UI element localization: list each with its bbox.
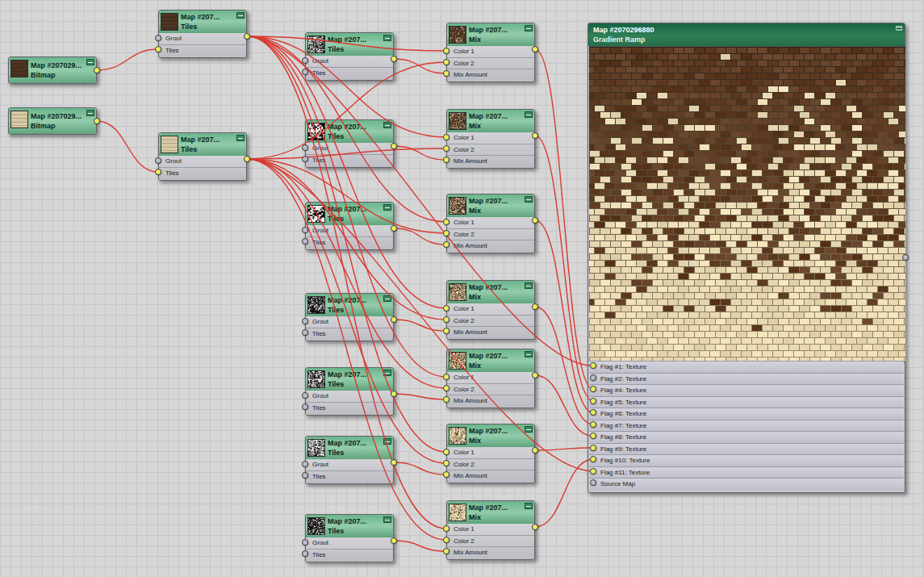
socket-tilesh-tiles[interactable] [302,472,308,479]
minimize-icon[interactable] [86,110,94,116]
socket-tilese-tiles[interactable] [302,238,308,245]
node-header[interactable]: Map #207...Tiles [306,515,393,537]
minimize-icon[interactable] [383,122,391,128]
socket-tilesf-out[interactable] [391,316,397,323]
node-tilesI[interactable]: Map #207...TilesGroutTiles [305,514,394,562]
socket-tilesi-tiles[interactable] [302,550,308,557]
socket-ramp-flag-11-texture[interactable] [590,468,596,475]
socket-mix6-color-1[interactable] [443,449,449,455]
socket-ramp-flag-1-texture[interactable] [590,362,596,369]
socket-tilesc-tiles[interactable] [302,69,308,75]
socket-ramp-source-map[interactable] [590,479,596,486]
socket-tilesd-out[interactable] [391,143,397,149]
node-header[interactable]: Map #207...Mix [447,501,534,524]
socket-mix2-color-1[interactable] [443,134,449,140]
node-header[interactable]: Map #207...Mix [447,110,534,132]
minimize-icon[interactable] [236,12,245,19]
node-mix3[interactable]: Map #207...MixColor 1Color 2Mix Amount [446,194,535,253]
node-header[interactable]: Map #207...Tiles [159,133,246,156]
node-header[interactable]: Map #207029...Bitmap [9,57,96,83]
socket-mix4-color-2[interactable] [443,316,449,323]
socket-tilesa-grout[interactable] [155,35,161,41]
node-bitmap2[interactable]: Map #207029...Bitmap [8,107,97,135]
socket-tilesd-grout[interactable] [302,144,308,151]
node-mix1[interactable]: Map #207...MixColor 1Color 2Mix Amount [446,23,535,82]
minimize-icon[interactable] [525,111,533,118]
node-header[interactable]: Map #207...Tiles [306,368,393,391]
node-header[interactable]: Map #207...Mix [447,23,534,46]
minimize-icon[interactable] [383,370,391,376]
socket-tilesa-tiles[interactable] [155,46,161,52]
minimize-icon[interactable] [525,196,533,203]
socket-tilesa-out[interactable] [244,33,250,40]
socket-mix5-color-2[interactable] [443,385,449,391]
minimize-icon[interactable] [895,25,903,31]
socket-tilesg-tiles[interactable] [302,403,308,410]
node-header[interactable]: Map #2070296880Gradient Ramp [588,23,905,46]
socket-tilese-out[interactable] [391,225,397,232]
node-bitmap1[interactable]: Map #207029...Bitmap [8,56,97,84]
node-mix2[interactable]: Map #207...MixColor 1Color 2Mix Amount [446,109,535,169]
socket-mix1-out[interactable] [532,46,538,52]
socket-mix5-mix-amount[interactable] [443,396,449,403]
socket-tilesf-tiles[interactable] [302,329,308,336]
minimize-icon[interactable] [525,503,533,509]
node-header[interactable]: Map #207...Tiles [159,10,246,33]
node-tilesC[interactable]: Map #207...TilesGroutTiles [305,32,394,81]
socket-mix2-out[interactable] [532,132,538,139]
socket-ramp-flag-5-texture[interactable] [590,398,596,404]
socket-ramp-out[interactable] [902,254,909,261]
socket-mix1-color-1[interactable] [443,48,449,54]
node-tilesA[interactable]: Map #207...TilesGroutTiles [158,10,247,58]
socket-mix3-color-1[interactable] [443,219,449,225]
socket-tilesb-grout[interactable] [155,157,161,164]
socket-bitmap2-out[interactable] [94,118,100,124]
node-tilesB[interactable]: Map #207...TilesGroutTiles [158,132,247,181]
node-tilesG[interactable]: Map #207...TilesGroutTiles [305,367,394,416]
socket-mix1-mix-amount[interactable] [443,70,449,77]
socket-mix6-mix-amount[interactable] [443,471,449,478]
minimize-icon[interactable] [525,282,533,289]
node-header[interactable]: Map #207...Mix [447,281,534,303]
node-mix6[interactable]: Map #207...MixColor 1Color 2Mix Amount [446,424,535,483]
node-header[interactable]: Map #207...Mix [447,424,534,447]
socket-tilesb-out[interactable] [244,156,250,162]
socket-mix4-out[interactable] [532,303,538,310]
socket-mix4-mix-amount[interactable] [443,328,449,334]
node-mix5[interactable]: Map #207...MixColor 1Color 2Mix Amount [446,349,535,408]
node-header[interactable]: Map #207...Tiles [306,120,393,143]
socket-mix4-color-1[interactable] [443,305,449,311]
socket-mix7-out[interactable] [532,524,538,530]
socket-tilesc-grout[interactable] [302,57,308,64]
socket-tilesi-out[interactable] [391,537,397,544]
node-tilesH[interactable]: Map #207...TilesGroutTiles [305,436,394,484]
socket-mix3-out[interactable] [532,217,538,224]
socket-mix6-color-2[interactable] [443,460,449,466]
node-tilesF[interactable]: Map #207...TilesGroutTiles [305,293,394,341]
socket-mix2-mix-amount[interactable] [443,157,449,163]
minimize-icon[interactable] [383,35,391,41]
socket-ramp-flag-10-texture[interactable] [590,456,596,462]
node-header[interactable]: Map #207...Tiles [306,437,393,459]
socket-tilese-grout[interactable] [302,227,308,233]
minimize-icon[interactable] [525,426,533,433]
socket-ramp-flag-4-texture[interactable] [590,386,596,392]
socket-tilesi-grout[interactable] [302,539,308,546]
node-header[interactable]: Map #207...Mix [447,194,534,217]
socket-mix1-color-2[interactable] [443,59,449,65]
socket-tilesd-tiles[interactable] [302,156,308,162]
socket-tilesb-tiles[interactable] [155,169,161,175]
socket-ramp-flag-6-texture[interactable] [590,409,596,416]
node-header[interactable]: Map #207029...Bitmap [9,108,96,134]
node-graph-canvas[interactable]: Map #207029...BitmapMap #207029...Bitmap… [0,0,924,577]
socket-ramp-flag-9-texture[interactable] [590,445,596,451]
minimize-icon[interactable] [383,295,391,302]
node-mix4[interactable]: Map #207...MixColor 1Color 2Mix Amount [446,280,535,340]
socket-ramp-flag-2-texture[interactable] [590,374,596,381]
socket-tilesh-out[interactable] [391,459,397,466]
minimize-icon[interactable] [383,516,391,523]
minimize-icon[interactable] [86,59,94,65]
socket-mix2-color-2[interactable] [443,145,449,152]
minimize-icon[interactable] [236,135,245,141]
node-header[interactable]: Map #207...Mix [447,349,534,372]
